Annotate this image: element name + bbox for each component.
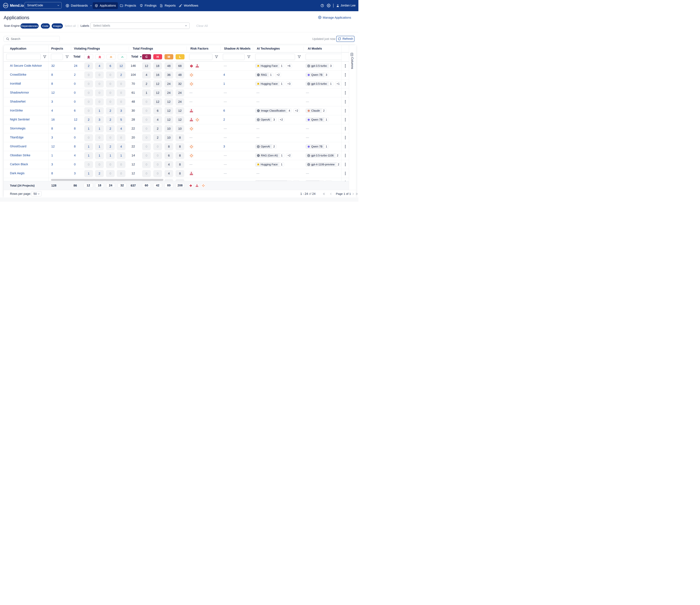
svg-text:AI: AI	[258, 110, 259, 111]
svg-text:AI: AI	[258, 74, 259, 75]
svg-text:AI: AI	[258, 155, 259, 156]
